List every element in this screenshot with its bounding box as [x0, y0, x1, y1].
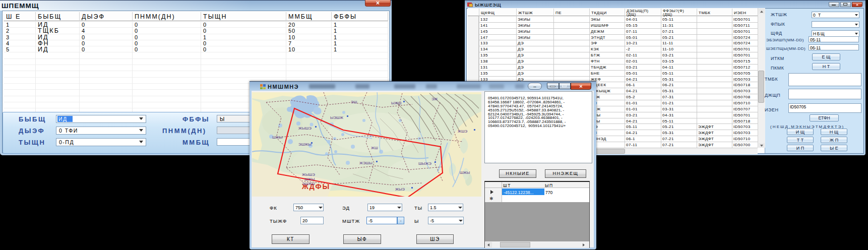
- svg-text:ЭШ: ЭШ: [351, 100, 357, 104]
- svg-text:ЭЖ: ЭЖ: [431, 97, 438, 101]
- svg-text:ШЖЫ: ШЖЫ: [272, 135, 283, 140]
- svg-text:ЖЫЭ: ЖЫЭ: [395, 187, 405, 192]
- svg-text:ШЖЫ: ШЖЫ: [304, 177, 315, 181]
- svg-text:ЖШЭ: ЖШЭ: [458, 129, 468, 134]
- svg-text:ЫЭШЖ: ЫЭШЖ: [330, 115, 343, 120]
- svg-text:ЫЖШ: ЫЖШ: [391, 101, 402, 105]
- svg-text:ЖЫШЭ: ЖЫШЭ: [298, 126, 312, 131]
- svg-text:ЭШЖЫ: ЭШЖЫ: [298, 142, 312, 147]
- svg-text:ШЫЖЭ: ШЫЖЭ: [418, 161, 431, 166]
- svg-text:ЖШ: ЖШ: [371, 146, 378, 150]
- svg-text:ШЖЫ: ШЖЫ: [460, 170, 470, 175]
- svg-text:ЖЫШЭ: ЖЫШЭ: [302, 172, 315, 177]
- svg-text:ЭШЖЫ: ЭШЖЫ: [302, 181, 315, 186]
- svg-text:ЖЭШЫ: ЖЭШЫ: [359, 161, 373, 165]
